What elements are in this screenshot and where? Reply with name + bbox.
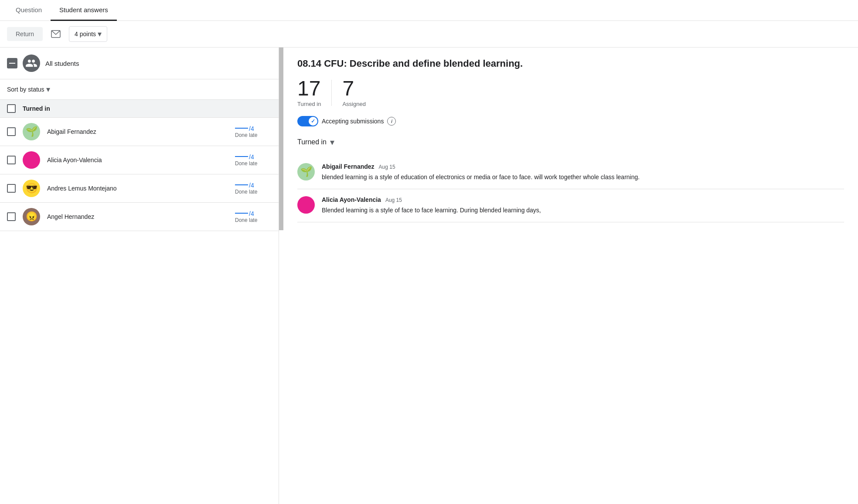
all-students-label: All students xyxy=(45,60,79,67)
tab-question[interactable]: Question xyxy=(7,0,51,21)
toggle-check-icon: ✓ xyxy=(311,118,315,124)
student-name: Alicia Ayon-Valencia xyxy=(47,157,228,163)
group-avatar-icon xyxy=(23,54,40,72)
turned-in-chevron-icon: ▾ xyxy=(330,137,334,147)
section-title: Turned in xyxy=(23,105,50,112)
answer-header: Alicia Ayon-Valencia Aug 15 xyxy=(322,196,844,203)
info-icon[interactable]: i xyxy=(387,117,396,126)
grade-score: /4 xyxy=(249,182,254,189)
answer-content: Abigail Fernandez Aug 15 blended learnin… xyxy=(322,163,844,182)
points-label: 4 points xyxy=(75,31,96,37)
accepting-submissions-label: Accepting submissions xyxy=(322,118,384,125)
right-panel: 08.14 CFU: Describe and define blended l… xyxy=(283,48,858,504)
stat-divider xyxy=(331,80,332,106)
answer-text: blended learning is a style of education… xyxy=(322,173,844,182)
student-checkbox[interactable] xyxy=(7,184,16,193)
grade-status: Done late xyxy=(235,132,257,138)
student-checkbox[interactable] xyxy=(7,212,16,221)
avatar: 😎 xyxy=(23,180,40,197)
student-checkbox[interactable] xyxy=(7,127,16,136)
left-panel: All students Sort by status ▾ Turned in … xyxy=(0,48,279,504)
turned-in-label: Turned in xyxy=(297,101,321,107)
grade-status: Done late xyxy=(235,217,257,223)
toggle-knob: ✓ xyxy=(309,117,317,126)
student-checkbox[interactable] xyxy=(7,156,16,164)
avatar xyxy=(297,196,315,214)
all-students-row: All students xyxy=(0,48,279,79)
answer-item: Alicia Ayon-Valencia Aug 15 Blended lear… xyxy=(297,189,844,222)
section-header-turned-in: Turned in xyxy=(0,99,279,118)
grade-score: /4 xyxy=(249,125,254,132)
list-item: 😠 Angel Hernandez /4 Done late xyxy=(0,203,279,231)
grade-score: /4 xyxy=(249,210,254,217)
sort-row[interactable]: Sort by status ▾ xyxy=(0,79,279,99)
main-area: All students Sort by status ▾ Turned in … xyxy=(0,48,858,504)
stat-turned-in: 17 Turned in xyxy=(297,78,331,107)
student-name: Abigail Fernandez xyxy=(47,128,228,135)
collapse-icon[interactable] xyxy=(7,58,17,68)
tab-student-answers[interactable]: Student answers xyxy=(51,0,117,21)
list-item: Alicia Ayon-Valencia /4 Done late xyxy=(0,146,279,174)
avatar xyxy=(23,151,40,169)
scrollbar[interactable] xyxy=(279,48,283,504)
turned-in-filter-label: Turned in xyxy=(297,138,327,146)
grade-status: Done late xyxy=(235,189,257,195)
points-chevron-icon: ▾ xyxy=(98,29,102,39)
sort-dropdown-icon: ▾ xyxy=(46,85,50,94)
answer-name: Abigail Fernandez xyxy=(322,163,375,170)
answer-date: Aug 15 xyxy=(379,164,395,170)
toolbar: Return 4 points ▾ xyxy=(0,21,858,48)
avatar: 😠 xyxy=(23,208,40,225)
answer-text: Blended learning is a style of face to f… xyxy=(322,206,844,215)
avatar: 🌱 xyxy=(23,123,40,140)
assigned-count: 7 xyxy=(342,78,365,99)
student-grade[interactable]: /4 Done late xyxy=(228,125,272,138)
list-item: 😎 Andres Lemus Montejano /4 Done late xyxy=(0,174,279,203)
sort-label: Sort by status xyxy=(7,86,44,93)
grade-status: Done late xyxy=(235,160,257,167)
list-item: 🌱 Abigail Fernandez /4 Done late xyxy=(0,118,279,146)
student-grade[interactable]: /4 Done late xyxy=(228,210,272,223)
avatar: 🌱 xyxy=(297,163,315,180)
accepting-submissions-row: ✓ Accepting submissions i xyxy=(297,116,844,126)
answer-content: Alicia Ayon-Valencia Aug 15 Blended lear… xyxy=(322,196,844,215)
answer-name: Alicia Ayon-Valencia xyxy=(322,196,381,203)
grade-score: /4 xyxy=(249,153,254,160)
student-list: 🌱 Abigail Fernandez /4 Done late Alicia xyxy=(0,118,279,504)
student-name: Andres Lemus Montejano xyxy=(47,185,228,192)
answer-item: 🌱 Abigail Fernandez Aug 15 blended learn… xyxy=(297,156,844,189)
mail-icon[interactable] xyxy=(48,26,64,42)
student-name: Angel Hernandez xyxy=(47,213,228,220)
turned-in-filter-dropdown[interactable]: Turned in ▾ xyxy=(297,137,844,147)
answer-date: Aug 15 xyxy=(385,197,402,203)
assigned-label: Assigned xyxy=(342,101,365,107)
turned-in-count: 17 xyxy=(297,78,321,99)
section-checkbox[interactable] xyxy=(7,104,16,113)
tabs-bar: Question Student answers xyxy=(0,0,858,21)
return-button[interactable]: Return xyxy=(7,27,43,41)
student-grade[interactable]: /4 Done late xyxy=(228,182,272,195)
stat-assigned: 7 Assigned xyxy=(342,78,376,107)
points-dropdown[interactable]: 4 points ▾ xyxy=(69,26,107,42)
assignment-title: 08.14 CFU: Describe and define blended l… xyxy=(297,58,844,69)
accepting-submissions-toggle[interactable]: ✓ xyxy=(297,116,318,126)
answer-header: Abigail Fernandez Aug 15 xyxy=(322,163,844,170)
student-grade[interactable]: /4 Done late xyxy=(228,153,272,167)
stats-row: 17 Turned in 7 Assigned xyxy=(297,78,844,107)
